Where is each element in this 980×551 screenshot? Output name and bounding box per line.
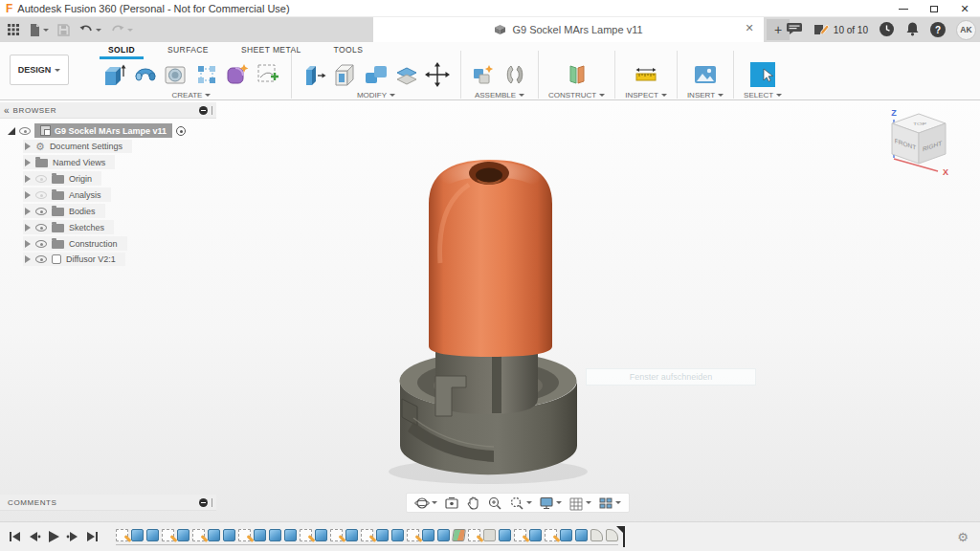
timeline-feature-extrude[interactable]: [560, 529, 572, 541]
visibility-eye-icon[interactable]: [35, 208, 47, 215]
timeline-feature-extrude[interactable]: [223, 529, 235, 541]
expand-arrow-icon[interactable]: [25, 143, 31, 150]
lamp-socket-model[interactable]: [381, 148, 591, 493]
help-button[interactable]: ?: [930, 22, 946, 37]
ribbon-tab-surface[interactable]: SURFACE: [151, 43, 225, 58]
expand-arrow-icon[interactable]: [25, 208, 31, 215]
visibility-eye-icon[interactable]: [35, 255, 47, 263]
select-button[interactable]: [749, 61, 776, 88]
play-button[interactable]: [45, 529, 62, 544]
timeline-feature-extrude[interactable]: [345, 529, 358, 541]
redo-button[interactable]: [110, 24, 133, 36]
timeline-feature-extrude[interactable]: [177, 529, 189, 541]
fit-button[interactable]: [509, 496, 532, 511]
visibility-eye-icon[interactable]: [35, 175, 47, 183]
hole-button[interactable]: [163, 61, 189, 88]
visibility-eye-icon[interactable]: [19, 127, 31, 135]
panel-grip[interactable]: [212, 106, 212, 115]
press-pull-button[interactable]: [301, 61, 328, 88]
user-avatar[interactable]: AK: [956, 20, 976, 40]
timeline-feature-sketch[interactable]: [545, 529, 557, 541]
view-cube[interactable]: Z X TOP FRONT RIGHT: [879, 106, 959, 187]
maximize-button[interactable]: [919, 0, 949, 17]
browser-item-bodies[interactable]: Bodies: [23, 204, 216, 218]
group-label-inspect[interactable]: INSPECT: [625, 91, 667, 99]
timeline-feature-sketch[interactable]: [300, 529, 312, 541]
timeline-feature-fillet[interactable]: [590, 529, 603, 541]
timeline-feature-extrude[interactable]: [269, 529, 281, 541]
zoom-button[interactable]: [487, 496, 502, 511]
timeline-feature-sketch[interactable]: [116, 529, 128, 541]
browser-item-origin[interactable]: Origin: [23, 171, 216, 186]
browser-item-sketches[interactable]: Sketches: [23, 220, 216, 234]
move-button[interactable]: [424, 61, 451, 88]
browser-item-named-views[interactable]: Named Views: [23, 155, 216, 169]
timeline-feature-sketch[interactable]: [514, 529, 526, 541]
group-label-select[interactable]: SELECT: [744, 91, 782, 99]
timeline-feature-extrude[interactable]: [146, 529, 159, 541]
timeline-feature-extrude[interactable]: [254, 529, 266, 541]
step-back-button[interactable]: [26, 529, 42, 544]
expand-arrow-icon[interactable]: [25, 159, 31, 166]
measure-button[interactable]: [632, 61, 660, 88]
panel-options-icon[interactable]: [199, 106, 208, 115]
grid-snap-button[interactable]: [568, 496, 591, 511]
expand-arrow-icon[interactable]: [25, 240, 31, 248]
timeline-settings-gear-icon[interactable]: ⚙: [957, 530, 969, 544]
ribbon-tab-solid[interactable]: SOLID: [92, 43, 151, 58]
look-at-button[interactable]: [444, 496, 459, 511]
group-label-modify[interactable]: MODIFY: [357, 91, 395, 99]
collapse-arrow-icon[interactable]: [8, 127, 15, 135]
timeline-feature-extrude[interactable]: [529, 529, 542, 541]
pan-button[interactable]: [466, 496, 480, 511]
skip-to-end-button[interactable]: [84, 529, 100, 544]
comments-button[interactable]: [786, 22, 803, 37]
activate-component-radio[interactable]: [176, 126, 186, 136]
timeline-feature-sketch[interactable]: [162, 529, 174, 541]
combine-button[interactable]: [363, 61, 390, 88]
document-tab[interactable]: G9 Sockel MArs Lampe v11 ✕: [373, 17, 764, 42]
close-button[interactable]: ✕: [949, 0, 980, 17]
comments-header[interactable]: COMMENTS: [0, 495, 216, 511]
group-label-assemble[interactable]: ASSEMBLE: [475, 91, 524, 99]
ribbon-tab-tools[interactable]: TOOLS: [318, 43, 380, 58]
group-label-insert[interactable]: INSERT: [687, 91, 724, 99]
viewport-canvas[interactable]: Fenster aufschneiden « BROWSER G9 Sockel…: [0, 100, 980, 521]
notifications-clock-button[interactable]: [879, 21, 895, 39]
expand-arrow-icon[interactable]: [25, 255, 31, 263]
split-body-button[interactable]: [393, 61, 420, 88]
file-menu-button[interactable]: [29, 23, 49, 37]
undo-button[interactable]: [78, 24, 101, 36]
timeline-feature-sketch[interactable]: [361, 529, 373, 541]
create-form-button[interactable]: [224, 61, 251, 88]
timeline-feature-extrude[interactable]: [422, 529, 434, 541]
expand-arrow-icon[interactable]: [25, 191, 31, 199]
timeline-feature-extrude[interactable]: [376, 529, 389, 541]
skip-to-start-button[interactable]: [7, 529, 23, 544]
timeline-feature-sketch[interactable]: [468, 529, 480, 541]
collapse-panel-icon[interactable]: «: [4, 105, 10, 116]
panel-grip[interactable]: [212, 498, 212, 507]
create-sketch-button[interactable]: [255, 61, 281, 88]
close-tab-button[interactable]: ✕: [743, 22, 756, 34]
timeline-feature-extrude[interactable]: [284, 529, 297, 541]
expand-arrow-icon[interactable]: [25, 175, 31, 183]
ribbon-tab-sheet-metal[interactable]: SHEET METAL: [225, 43, 318, 58]
timeline-feature-extrude[interactable]: [131, 529, 144, 541]
timeline-feature-sketch[interactable]: [407, 529, 419, 541]
timeline-position-marker[interactable]: [623, 526, 625, 547]
timeline-feature-extrude[interactable]: [499, 529, 511, 541]
timeline-feature-sketch[interactable]: [192, 529, 205, 541]
timeline-feature-extrude[interactable]: [437, 529, 450, 541]
timeline-feature-plane[interactable]: [452, 529, 466, 541]
notifications-button[interactable]: [905, 21, 920, 38]
step-forward-button[interactable]: [65, 529, 81, 544]
browser-item-construction[interactable]: Construction: [23, 236, 216, 251]
timeline-feature-extrude[interactable]: [208, 529, 220, 541]
viewports-button[interactable]: [598, 496, 621, 511]
browser-root-row[interactable]: G9 Sockel MArs Lampe v11: [8, 123, 216, 138]
panel-options-icon[interactable]: [199, 498, 208, 507]
timeline-feature-sketch[interactable]: [238, 529, 251, 541]
timeline-feature-extrude[interactable]: [391, 529, 404, 541]
browser-header[interactable]: « BROWSER: [0, 102, 216, 119]
